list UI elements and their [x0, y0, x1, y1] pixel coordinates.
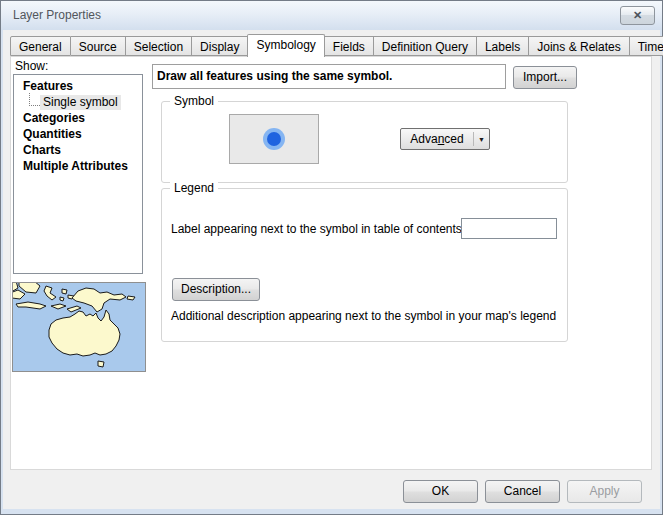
title-bar[interactable]: Layer Properties ✕ — [1, 1, 662, 30]
tab-selection[interactable]: Selection — [126, 36, 192, 56]
legend-label-input[interactable] — [461, 218, 557, 239]
tab-general[interactable]: General — [10, 36, 71, 56]
map-preview — [12, 282, 146, 372]
tab-source[interactable]: Source — [71, 36, 126, 56]
dropdown-arrow-icon: ▼ — [474, 136, 489, 143]
point-symbol-icon — [261, 126, 287, 152]
tree-item-quantities[interactable]: Quantities — [14, 126, 142, 142]
tree-item-features[interactable]: Features — [14, 78, 142, 94]
apply-button[interactable]: Apply — [567, 480, 642, 503]
tab-symbology[interactable]: Symbology — [247, 34, 324, 57]
draw-method-header: Draw all features using the same symbol. — [152, 64, 506, 89]
symbology-tab-page: Show: Features Single symbol Categories … — [10, 56, 652, 470]
description-button[interactable]: Description... — [172, 278, 260, 301]
tab-definition-query[interactable]: Definition Query — [374, 36, 477, 56]
tab-fields[interactable]: Fields — [325, 36, 374, 56]
tab-time[interactable]: Time — [630, 36, 663, 56]
cancel-button[interactable]: Cancel — [485, 480, 560, 503]
tree-item-charts[interactable]: Charts — [14, 142, 142, 158]
show-label: Show: — [15, 59, 48, 73]
close-button[interactable]: ✕ — [620, 6, 655, 25]
layer-properties-dialog: Layer Properties ✕ General Source Select… — [0, 0, 663, 515]
advanced-button-label: Advanced — [401, 132, 473, 146]
window-title: Layer Properties — [13, 1, 101, 30]
tab-joins-relates[interactable]: Joins & Relates — [529, 36, 629, 56]
dialog-content: General Source Selection Display Symbolo… — [3, 30, 660, 509]
ok-button[interactable]: OK — [403, 480, 478, 503]
tree-item-single-symbol[interactable]: Single symbol — [14, 94, 142, 110]
tree-branch-icon — [29, 93, 40, 106]
tab-strip: General Source Selection Display Symbolo… — [10, 34, 663, 57]
symbol-groupbox: Symbol — [161, 101, 568, 183]
tree-item-categories[interactable]: Categories — [14, 110, 142, 126]
tree-item-multiple-attributes[interactable]: Multiple Attributes — [14, 158, 142, 174]
symbol-preview-button[interactable] — [229, 114, 319, 164]
legend-groupbox-label: Legend — [170, 181, 218, 196]
tree-item-single-symbol-label: Single symbol — [40, 95, 121, 110]
symbol-groupbox-label: Symbol — [170, 94, 218, 109]
import-button[interactable]: Import... — [513, 66, 577, 89]
show-tree-listbox: Features Single symbol Categories Quanti… — [13, 74, 143, 274]
tab-labels[interactable]: Labels — [477, 36, 529, 56]
legend-label-caption: Label appearing next to the symbol in ta… — [171, 222, 465, 236]
close-icon: ✕ — [633, 9, 642, 21]
legend-description-note: Additional description appearing next to… — [171, 309, 556, 323]
oceania-map-image — [13, 283, 145, 371]
tab-display[interactable]: Display — [192, 36, 248, 56]
advanced-dropdown-button[interactable]: Advanced ▼ — [400, 128, 490, 150]
